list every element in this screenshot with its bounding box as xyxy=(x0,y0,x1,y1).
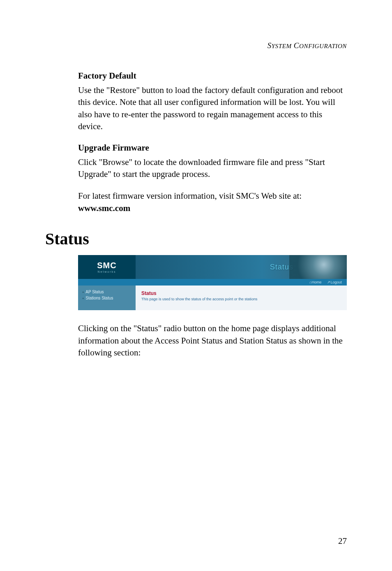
screenshot-sidebar: AP Status Stations Status xyxy=(78,286,136,310)
upgrade-firmware-heading: Upgrade Firmware xyxy=(78,143,347,153)
upgrade-firmware-body1: Click "Browse" to locate the downloaded … xyxy=(78,156,347,181)
sidebar-item-ap-status[interactable]: AP Status xyxy=(82,289,131,295)
home-link[interactable]: Home xyxy=(309,280,321,284)
page-header: SYSTEM CONFIGURATION xyxy=(45,41,347,50)
smc-logo-area: SMC Networks xyxy=(78,255,136,279)
logout-link[interactable]: Logout xyxy=(327,280,342,284)
status-heading: Status xyxy=(45,229,347,248)
sidebar-item-stations-status[interactable]: Stations Status xyxy=(82,295,131,301)
page-number: 27 xyxy=(338,536,347,546)
smc-logo-text: SMC xyxy=(97,261,116,270)
factory-default-heading: Factory Default xyxy=(78,71,347,81)
screenshot-main-desc: This page is used to show the status of … xyxy=(141,297,341,301)
banner-status-text: Status xyxy=(270,263,293,272)
upgrade-firmware-body2: For latest firmware version information,… xyxy=(78,190,347,214)
status-screenshot: SMC Networks Status Home Logout AP Statu… xyxy=(78,255,347,310)
screenshot-main-title: Status xyxy=(141,290,341,296)
header-text: SYSTEM CONFIGURATION xyxy=(267,41,347,50)
screenshot-top: SMC Networks Status xyxy=(78,255,347,279)
smc-logo-sub: Networks xyxy=(97,270,116,273)
screenshot-banner: Status xyxy=(136,255,347,279)
smc-website-link: www.smc.com xyxy=(78,203,130,213)
screenshot-body: AP Status Stations Status Status This pa… xyxy=(78,286,347,310)
factory-default-body: Use the "Restore" button to load the fac… xyxy=(78,84,347,133)
screenshot-main: Status This page is used to show the sta… xyxy=(136,286,347,310)
screenshot-ribbon: Home Logout xyxy=(78,279,347,286)
closing-text: Clicking on the "Status" radio button on… xyxy=(78,323,347,359)
